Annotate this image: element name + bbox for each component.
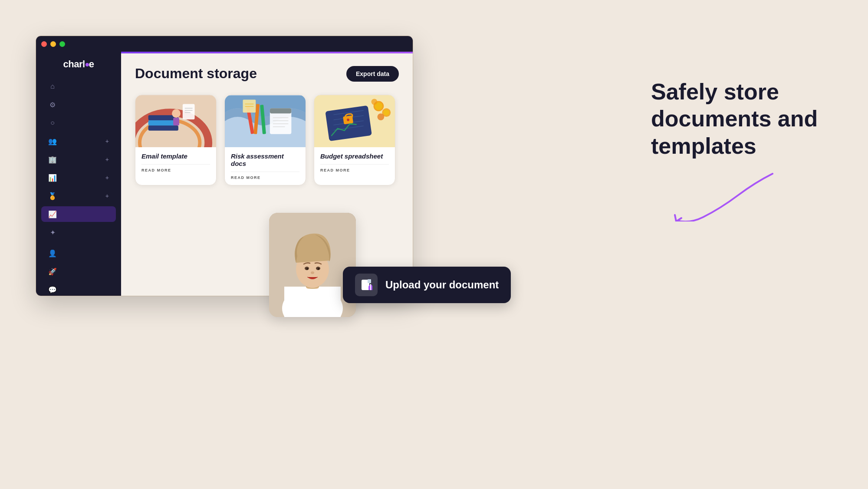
chat-icon: 💬: [48, 285, 57, 294]
sidebar-item-reports[interactable]: 📈: [41, 206, 116, 222]
maximize-button[interactable]: [59, 41, 65, 47]
plus-icon: +: [105, 156, 109, 163]
star-icon: ✦: [48, 228, 57, 237]
email-read-more[interactable]: READ MORE: [141, 164, 210, 172]
sidebar-item-chart[interactable]: 📊 +: [41, 170, 116, 185]
export-button[interactable]: Export data: [346, 66, 399, 82]
svg-point-30: [377, 113, 384, 120]
sidebar-item-profile[interactable]: 👤: [41, 245, 116, 261]
logo[interactable]: charle: [61, 59, 96, 70]
risk-card-title: Risk assessment docs: [231, 152, 299, 167]
logo-text: charle: [63, 59, 94, 70]
person-photo: [269, 213, 356, 317]
sidebar-nav: ⌂ ⚙ ○ 👥 + 🏢 + 📊 +: [36, 79, 121, 240]
upload-banner[interactable]: Upload your document: [343, 267, 511, 303]
risk-card-body: Risk assessment docs READ MORE: [225, 147, 306, 185]
person-photo-inner: [269, 213, 356, 317]
svg-point-46: [306, 268, 308, 270]
promo-section: Safely store documents and templates: [651, 78, 825, 159]
risk-card-image: [225, 95, 306, 147]
promo-headline: Safely store documents and templates: [651, 78, 825, 159]
svg-point-29: [383, 109, 389, 116]
sidebar-item-building[interactable]: 🏢 +: [41, 152, 116, 167]
email-card-image: [135, 95, 216, 147]
risk-read-more[interactable]: READ MORE: [231, 172, 299, 180]
budget-card-image: [314, 95, 395, 147]
plus-icon: +: [105, 192, 109, 199]
minimize-button[interactable]: [50, 41, 56, 47]
svg-rect-41: [284, 287, 341, 317]
bar-chart-icon: 📈: [48, 210, 57, 218]
sidebar-item-home[interactable]: ⌂: [41, 79, 116, 94]
sidebar-bottom: 👤 🚀 💬: [36, 240, 121, 296]
upload-text: Upload your document: [385, 279, 499, 291]
sidebar-item-badge[interactable]: 🏅 +: [41, 188, 116, 204]
upload-icon-box: [355, 274, 378, 296]
sidebar-item-search[interactable]: ○: [41, 115, 116, 131]
svg-rect-22: [243, 100, 256, 113]
document-cards-grid: Email template READ MORE: [135, 95, 399, 185]
svg-rect-7: [173, 118, 179, 126]
main-content: Document storage Export data: [121, 53, 413, 296]
page-header: Document storage Export data: [135, 66, 399, 82]
email-card-body: Email template READ MORE: [135, 147, 216, 178]
title-bar: [36, 36, 413, 52]
sidebar-item-star[interactable]: ✦: [41, 225, 116, 240]
search-icon: ○: [48, 119, 57, 127]
budget-card-body: Budget spreadsheet READ MORE: [314, 147, 395, 178]
svg-point-31: [372, 99, 378, 105]
building-icon: 🏢: [48, 155, 57, 164]
badge-icon: 🏅: [48, 192, 57, 200]
purple-arrow: [660, 169, 781, 223]
budget-read-more[interactable]: READ MORE: [320, 164, 389, 172]
close-button[interactable]: [41, 41, 47, 47]
email-template-card[interactable]: Email template READ MORE: [135, 95, 217, 185]
sidebar-item-chat[interactable]: 💬: [41, 282, 116, 296]
svg-rect-17: [270, 108, 291, 113]
chart-icon: 📊: [48, 173, 57, 182]
sidebar-item-people[interactable]: 👥 +: [41, 133, 116, 149]
svg-rect-51: [368, 279, 371, 283]
svg-point-48: [311, 271, 314, 274]
email-card-title: Email template: [141, 152, 210, 160]
budget-card-title: Budget spreadsheet: [320, 152, 389, 160]
budget-spreadsheet-card[interactable]: Budget spreadsheet READ MORE: [314, 95, 395, 185]
svg-rect-8: [183, 104, 195, 119]
settings-icon: ⚙: [48, 100, 57, 109]
home-icon: ⌂: [48, 82, 57, 91]
rocket-icon: 🚀: [48, 267, 57, 276]
plus-icon: +: [105, 138, 109, 145]
sidebar: charle ⌂ ⚙ ○ 👥 + 🏢 +: [36, 52, 121, 296]
svg-point-6: [172, 109, 181, 118]
risk-assessment-card[interactable]: Risk assessment docs READ MORE: [224, 95, 306, 185]
people-icon: 👥: [48, 137, 57, 145]
plus-icon: +: [105, 174, 109, 181]
profile-icon: 👤: [48, 249, 57, 258]
page-title: Document storage: [135, 66, 257, 82]
svg-rect-3: [148, 126, 178, 131]
browser-window: charle ⌂ ⚙ ○ 👥 + 🏢 +: [36, 36, 413, 296]
sidebar-item-settings[interactable]: ⚙: [41, 97, 116, 112]
svg-point-47: [318, 268, 319, 270]
sidebar-item-rocket[interactable]: 🚀: [41, 264, 116, 279]
